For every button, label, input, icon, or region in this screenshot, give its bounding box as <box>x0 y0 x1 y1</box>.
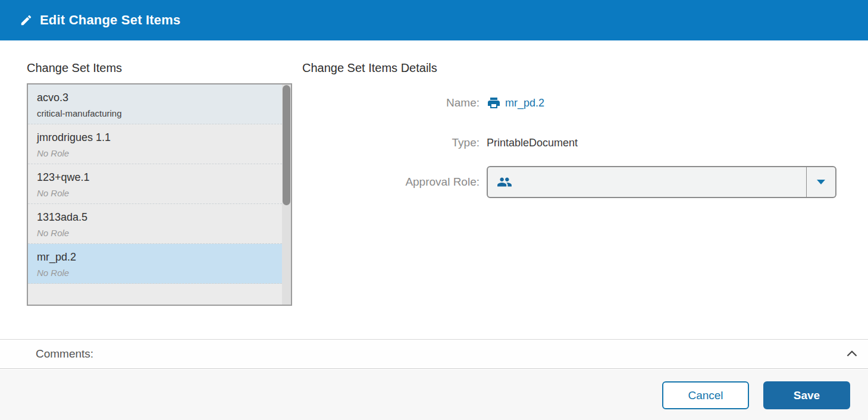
dialog-footer: Cancel Save <box>0 369 868 420</box>
list-scrollbar-track[interactable] <box>282 84 291 305</box>
dialog-title: Edit Change Set Items <box>40 12 180 28</box>
list-item-subtitle: No Role <box>37 266 282 280</box>
change-set-items-list: acvo.3 critical-manufacturing jmrodrigue… <box>27 83 292 306</box>
list-item-title: mr_pd.2 <box>37 249 282 265</box>
name-row: Name: mr_pd.2 <box>302 94 850 112</box>
type-label: Type: <box>302 136 487 149</box>
approval-role-label: Approval Role: <box>302 175 487 189</box>
dialog-header: Edit Change Set Items <box>0 0 868 40</box>
list-item-title: 1313ada.5 <box>37 209 282 225</box>
list-item[interactable]: 1313ada.5 No Role <box>28 204 282 244</box>
users-icon <box>497 174 512 190</box>
comments-label: Comments: <box>36 347 93 361</box>
list-item-title: jmrodrigues 1.1 <box>37 130 282 145</box>
change-set-items-details-heading: Change Set Items Details <box>302 61 437 75</box>
pencil-icon <box>20 14 33 27</box>
approval-role-value[interactable] <box>488 167 806 197</box>
save-button[interactable]: Save <box>763 381 850 409</box>
approval-role-dropdown-button[interactable] <box>806 167 835 197</box>
approval-role-combobox[interactable] <box>487 166 836 198</box>
type-row: Type: PrintableDocument <box>302 134 850 152</box>
name-value: mr_pd.2 <box>487 96 544 110</box>
list-item-selected[interactable]: mr_pd.2 No Role <box>28 244 282 284</box>
edit-change-set-dialog: Edit Change Set Items Change Set Items C… <box>0 0 868 420</box>
cancel-button[interactable]: Cancel <box>662 381 749 409</box>
chevron-up-icon[interactable] <box>844 346 860 362</box>
list-empty-space <box>28 284 282 305</box>
list-item[interactable]: jmrodrigues 1.1 No Role <box>28 124 282 164</box>
name-label: Name: <box>302 96 487 109</box>
list-scrollbar-thumb[interactable] <box>283 85 290 205</box>
list-item-title: acvo.3 <box>37 90 282 105</box>
list-item[interactable]: acvo.3 critical-manufacturing <box>28 84 282 124</box>
printer-icon <box>487 96 501 110</box>
chevron-down-icon <box>817 180 825 184</box>
change-set-items-heading: Change Set Items <box>27 61 122 75</box>
list-item-subtitle: No Role <box>37 186 282 200</box>
list-item-subtitle: No Role <box>37 146 282 161</box>
list-item-subtitle: No Role <box>37 226 282 240</box>
approval-role-row: Approval Role: <box>302 166 850 198</box>
list-item-subtitle: critical-manufacturing <box>37 106 282 121</box>
name-link[interactable]: mr_pd.2 <box>505 97 544 109</box>
type-value: PrintableDocument <box>487 137 578 149</box>
list-item-title: 123+qwe.1 <box>37 170 282 185</box>
comments-collapse-bar[interactable]: Comments: <box>0 339 868 369</box>
list-item[interactable]: 123+qwe.1 No Role <box>28 164 282 204</box>
change-set-items-list-inner: acvo.3 critical-manufacturing jmrodrigue… <box>28 84 282 305</box>
